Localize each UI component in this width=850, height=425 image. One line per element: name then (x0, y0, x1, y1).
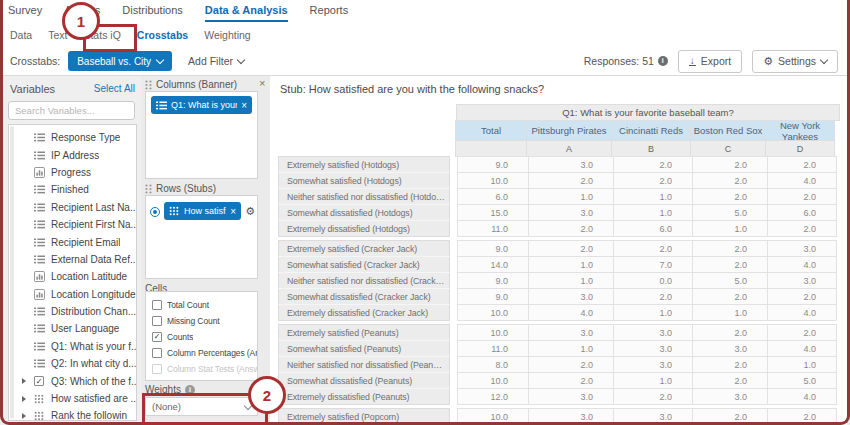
data-cell: 2.0 (692, 172, 768, 189)
data-cell: 10.0 (457, 304, 529, 321)
checkbox-checked-icon[interactable]: ✓ (152, 332, 162, 342)
variable-item-rank-the-followin[interactable]: Rank the followin (9, 407, 136, 421)
variable-item-q2-in-what-city-d[interactable]: Q2: In what city d... (9, 355, 136, 372)
variables-panel: Variables Select All Response TypeIP Add… (0, 75, 141, 425)
matrix-icon (169, 206, 180, 216)
table-row: Neither satisfied nor dissatisfied (Crac… (278, 272, 840, 289)
settings-button[interactable]: ⚙ Settings (752, 50, 838, 73)
columns-banner-header: Columns (Banner) (145, 79, 237, 90)
columns-chip[interactable]: Q1: What is your... × (151, 96, 252, 114)
column-letter: D (765, 140, 835, 157)
data-cell: 2.0 (692, 240, 768, 257)
checkbox-icon[interactable] (152, 316, 162, 326)
column-letter: B (611, 140, 691, 157)
export-button[interactable]: ↓ Export (678, 50, 742, 73)
top-tab-data-analysis[interactable]: Data & Analysis (205, 0, 288, 22)
row-label: Somewhat satisfied (Cracker Jack) (278, 256, 450, 273)
top-tab-survey[interactable]: Survey (8, 0, 42, 22)
data-cell: 3.0 (613, 356, 693, 373)
checkbox-icon[interactable] (152, 364, 162, 374)
variable-item-recipient-email[interactable]: Recipient Email (9, 233, 136, 250)
rows-chip[interactable]: How satisfied ... × (164, 202, 241, 220)
close-icon[interactable]: × (241, 100, 247, 111)
info-icon[interactable]: i (185, 385, 195, 395)
cells-option-missing-count[interactable]: Missing Count (146, 313, 257, 329)
close-icon[interactable]: × (230, 206, 236, 217)
drag-handle-icon[interactable] (145, 80, 152, 90)
data-cell: 5.0 (692, 204, 768, 221)
cells-option-total-count[interactable]: Total Count (146, 297, 257, 313)
table-group-popcorn: Extremely satisfied (Popcorn)10.03.03.02… (278, 408, 840, 425)
data-cell: 3.0 (692, 388, 768, 405)
data-cell: 3.0 (613, 324, 693, 341)
cells-option-counts[interactable]: ✓Counts (146, 329, 257, 345)
annotation-step-1-label: 1 (77, 13, 85, 30)
variable-item-distribution-chan[interactable]: Distribution Chan... (9, 303, 136, 320)
data-cell: 2.0 (613, 288, 693, 305)
variable-item-progress[interactable]: Progress (9, 164, 136, 181)
data-cell: 5.0 (692, 272, 768, 289)
row-label: Extremely dissatisfied (Cracker Jack) (278, 304, 450, 321)
cells-option-column-stat-tests-answering[interactable]: Column Stat Tests (Answering) (146, 361, 257, 377)
expand-caret-icon[interactable] (22, 378, 30, 384)
variable-label: Finished (51, 184, 89, 195)
data-cell: 2.0 (528, 240, 614, 257)
checkbox-icon[interactable] (152, 348, 162, 358)
data-cell: 3.0 (767, 240, 837, 257)
crosstab-selector-button[interactable]: Baseball vs. City (68, 51, 172, 71)
expand-caret-icon[interactable] (22, 396, 30, 402)
variable-item-location-longitude[interactable]: Location Longitude (9, 286, 136, 303)
table-row: Extremely satisfied (Popcorn)10.03.03.02… (278, 408, 840, 425)
info-icon[interactable]: i (658, 56, 668, 66)
table-row: Extremely satisfied (Hotdogs)9.03.02.02.… (278, 156, 840, 173)
data-cell: 15.0 (457, 204, 529, 221)
table-row: Extremely dissatisfied (Hotdogs)11.02.06… (278, 220, 840, 237)
sub-tab-weighting[interactable]: Weighting (204, 29, 251, 41)
expand-caret-icon[interactable] (22, 413, 30, 419)
variable-item-q1-what-is-your-f[interactable]: Q1: What is your f... (9, 338, 136, 355)
variable-item-response-type[interactable]: Response Type (9, 129, 136, 146)
radio-selected-icon[interactable] (150, 207, 160, 217)
variable-item-recipient-last-na[interactable]: Recipient Last Na... (9, 199, 136, 216)
search-variables-input[interactable] (8, 101, 135, 120)
top-tab-distributions[interactable]: Distributions (122, 0, 183, 22)
variable-item-user-language[interactable]: User Language (9, 320, 136, 337)
variable-item-recipient-first-na[interactable]: Recipient First Na... (9, 216, 136, 233)
scrollbar-track[interactable] (10, 126, 14, 419)
add-filter-button[interactable]: Add Filter (188, 55, 244, 67)
crosstab-results-area: Stub: How satisfied are you with the fol… (270, 75, 847, 425)
row-label: Somewhat dissatisfied (Cracker Jack) (278, 288, 450, 305)
table-group-peanuts: Extremely satisfied (Peanuts)10.03.03.02… (278, 324, 840, 405)
list-icon (34, 324, 47, 333)
select-all-link[interactable]: Select All (94, 83, 135, 94)
data-cell: 2.0 (767, 156, 837, 173)
variable-item-q3-which-of-the-f[interactable]: ✓Q3: Which of the f... (9, 372, 136, 389)
list-icon (34, 238, 47, 247)
rows-dropzone[interactable]: How satisfied ... × ⚙ (145, 195, 258, 279)
weights-header: Weights i (145, 384, 195, 395)
variable-item-ip-address[interactable]: IP Address (9, 146, 136, 163)
annotation-step-1: 1 (62, 2, 100, 40)
cells-option-column-percentages-answering[interactable]: Column Percentages (Answering) (146, 345, 257, 361)
variable-label: Recipient Email (51, 237, 120, 248)
close-panel-icon[interactable]: × (259, 77, 265, 89)
stub-title: Stub: How satisfied are you with the fol… (280, 83, 544, 95)
variable-label: How satisfied are ... (51, 393, 136, 404)
drag-handle-icon[interactable] (145, 184, 152, 194)
data-cell: 3.0 (767, 272, 837, 289)
weights-dropdown[interactable]: (None) (145, 397, 258, 416)
variable-item-finished[interactable]: Finished (9, 181, 136, 198)
variable-item-how-satisfied-are[interactable]: How satisfied are ... (9, 390, 136, 407)
sub-tab-crosstabs[interactable]: Crosstabs (137, 29, 188, 41)
data-cell: 10.0 (457, 408, 529, 425)
top-tab-reports[interactable]: Reports (310, 0, 349, 22)
variable-item-external-data-ref[interactable]: External Data Ref... (9, 251, 136, 268)
checkbox-icon[interactable] (152, 300, 162, 310)
sub-tab-data[interactable]: Data (10, 29, 32, 41)
columns-dropzone[interactable]: Q1: What is your... × (145, 91, 258, 179)
settings-label: Settings (778, 55, 816, 67)
list-icon (34, 133, 47, 142)
checkbox-checked-icon[interactable]: ✓ (34, 376, 44, 386)
variable-item-location-latitude[interactable]: Location Latitude (9, 268, 136, 285)
gear-icon[interactable]: ⚙ (245, 205, 255, 218)
